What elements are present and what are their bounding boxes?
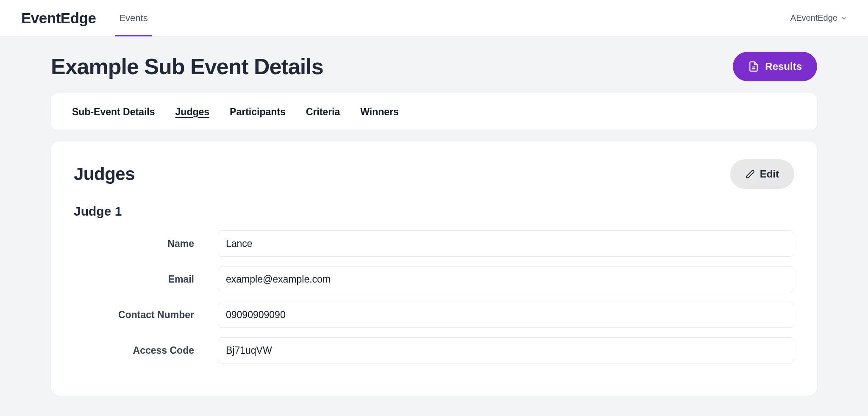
- edit-button-label: Edit: [760, 168, 779, 180]
- edit-button[interactable]: Edit: [730, 159, 794, 189]
- nav-events-label: Events: [119, 13, 147, 24]
- field-row-email: Email example@example.com: [74, 266, 794, 292]
- email-label: Email: [74, 274, 218, 285]
- tabs-bar: Sub-Event Details Judges Participants Cr…: [51, 93, 817, 130]
- top-nav: EventEdge Events AEventEdge: [0, 0, 868, 36]
- chevron-down-icon: [841, 15, 847, 21]
- contact-label: Contact Number: [74, 309, 218, 321]
- contact-field: 09090909090: [218, 302, 794, 328]
- tab-winners[interactable]: Winners: [360, 106, 399, 118]
- field-row-contact: Contact Number 09090909090: [74, 302, 794, 328]
- results-button-label: Results: [765, 61, 802, 72]
- tab-judges[interactable]: Judges: [175, 106, 210, 118]
- access-code-label: Access Code: [74, 345, 218, 356]
- access-code-field: Bj71uqVW: [218, 337, 794, 363]
- name-label: Name: [74, 238, 218, 250]
- email-field: example@example.com: [218, 266, 794, 292]
- edit-icon: [746, 169, 755, 179]
- user-menu[interactable]: AEventEdge: [790, 13, 847, 23]
- tab-sub-event-details[interactable]: Sub-Event Details: [72, 106, 155, 118]
- nav-events[interactable]: Events: [119, 0, 147, 36]
- results-button[interactable]: Results: [733, 52, 817, 81]
- field-row-access-code: Access Code Bj71uqVW: [74, 337, 794, 363]
- brand-logo: EventEdge: [21, 10, 96, 27]
- panel-title: Judges: [74, 164, 135, 184]
- judges-panel: Judges Edit Judge 1 Name Lance Email exa…: [51, 141, 817, 396]
- field-row-name: Name Lance: [74, 230, 794, 257]
- page-title: Example Sub Event Details: [51, 54, 323, 79]
- judge-heading: Judge 1: [74, 204, 794, 219]
- results-icon: [748, 61, 759, 72]
- page-header: Example Sub Event Details Results: [51, 52, 817, 81]
- user-menu-label: AEventEdge: [790, 13, 837, 23]
- tab-participants[interactable]: Participants: [230, 106, 286, 118]
- name-field: Lance: [218, 230, 794, 257]
- tab-criteria[interactable]: Criteria: [306, 106, 340, 118]
